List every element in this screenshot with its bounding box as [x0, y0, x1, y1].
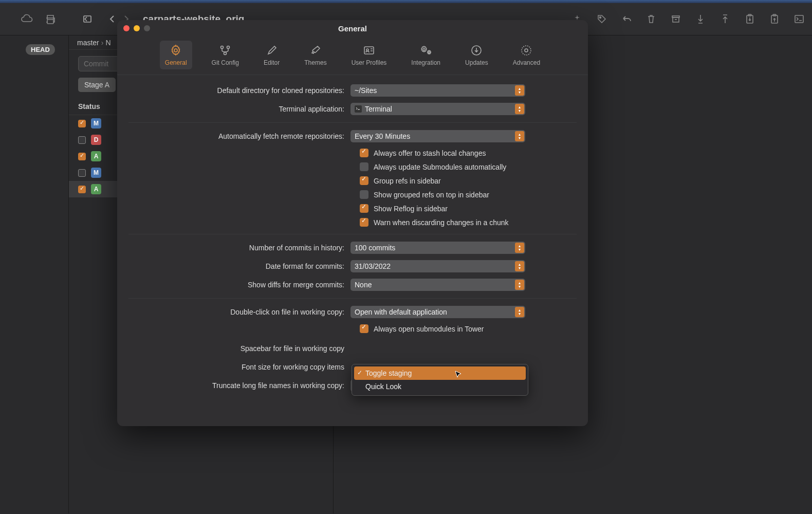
select-date-fmt[interactable]: 31/03/2022 ▲▼ [350, 260, 525, 272]
tab-label: Integration [411, 59, 440, 66]
archive-icon[interactable] [670, 13, 681, 25]
clipboard-down-icon[interactable] [744, 13, 755, 25]
check-grouped-top[interactable] [360, 190, 368, 199]
stepper-arrows-icon: ▲▼ [515, 261, 524, 271]
breadcrumb-sub: N [105, 39, 110, 47]
label-font-size: Font size for working copy items [128, 363, 350, 371]
titlebar: General [117, 20, 588, 36]
left-sidebar [0, 35, 69, 513]
label-num-commits: Number of commits in history: [128, 244, 350, 252]
select-num-commits[interactable]: 100 commits ▲▼ [350, 242, 525, 254]
check-submodules[interactable] [360, 162, 368, 171]
select-dbl-click[interactable]: Open with default application ▲▼ [350, 306, 525, 318]
check-warn-discard[interactable] [360, 218, 368, 227]
tab-label: Advanced [513, 59, 540, 66]
svg-point-15 [366, 49, 368, 51]
status-badge: A [91, 151, 101, 161]
svg-point-10 [174, 49, 177, 52]
check-label: Show grouped refs on top in sidebar [374, 191, 489, 199]
select-value: Every 30 Minutes [355, 132, 410, 140]
dropdown-option-toggle-staging[interactable]: Toggle staging [354, 366, 526, 380]
tab-themes[interactable]: Themes [299, 41, 331, 69]
check-stash[interactable] [360, 149, 368, 157]
label-date-fmt: Date format for commits: [128, 262, 350, 270]
tab-label: User Profiles [352, 59, 387, 66]
clipboard-up-icon[interactable] [769, 13, 780, 25]
select-value: ~/Sites [355, 86, 377, 95]
select-default-dir[interactable]: ~/Sites ▲▼ [350, 84, 525, 97]
svg-rect-21 [355, 105, 362, 113]
stage-checkbox[interactable] [78, 120, 86, 127]
status-badge: A [91, 184, 101, 194]
select-auto-fetch[interactable]: Every 30 Minutes ▲▼ [350, 130, 525, 142]
tab-general[interactable]: General [160, 41, 192, 69]
id-card-icon [362, 44, 376, 57]
branch-icon [218, 44, 232, 57]
dropdown-option-quick-look[interactable]: Quick Look [354, 380, 526, 393]
tab-editor[interactable]: Editor [259, 41, 285, 69]
svg-point-2 [600, 17, 601, 19]
spacebar-dropdown-menu: Toggle staging Quick Look [352, 364, 528, 396]
tab-label: Updates [465, 59, 488, 66]
head-badge: HEAD [26, 44, 55, 55]
label-show-diffs: Show diffs for merge commits: [128, 281, 350, 289]
terminal-icon[interactable] [793, 13, 805, 25]
tag-icon[interactable] [596, 13, 607, 25]
label-dbl-click: Double-click on file in working copy: [128, 308, 350, 316]
svg-rect-14 [364, 47, 374, 54]
undo-icon[interactable] [621, 13, 632, 25]
label-spacebar: Spacebar for file in working copy [128, 344, 350, 353]
cloud-icon[interactable] [21, 13, 34, 25]
svg-point-17 [428, 52, 430, 53]
svg-rect-0 [47, 20, 53, 24]
svg-rect-9 [795, 15, 803, 23]
check-group-refs[interactable] [360, 176, 368, 185]
tab-updates[interactable]: Updates [460, 41, 493, 69]
label-default-dir: Default directory for cloned repositorie… [128, 86, 350, 95]
check-label: Warn when discarding changes in a chunk [374, 218, 509, 227]
nav-back-icon[interactable] [106, 13, 118, 25]
tab-label: General [165, 59, 187, 66]
preferences-window: General General Git Config Editor Themes… [117, 20, 588, 426]
quick-open-icon[interactable] [81, 13, 94, 25]
label-auto-fetch: Automatically fetch remote repositories: [128, 132, 350, 140]
check-reflog[interactable] [360, 204, 368, 213]
status-badge: D [91, 135, 101, 145]
tab-label: Git Config [212, 59, 239, 66]
preferences-tabs: General Git Config Editor Themes User Pr… [117, 36, 588, 75]
tab-advanced[interactable]: Advanced [508, 41, 545, 69]
preferences-title: General [117, 24, 588, 33]
status-badge: M [91, 168, 101, 178]
tab-integration[interactable]: Integration [406, 41, 446, 69]
select-terminal[interactable]: Terminal ▲▼ [350, 103, 525, 115]
check-label: Always offer to stash local changes [374, 149, 486, 157]
check-label: Show Reflog in sidebar [374, 205, 448, 213]
pull-icon[interactable] [695, 13, 706, 25]
stage-checkbox[interactable] [78, 186, 86, 193]
check-label: Group refs in sidebar [374, 177, 441, 185]
stage-checkbox[interactable] [78, 136, 86, 144]
tab-user-profiles[interactable]: User Profiles [346, 41, 392, 69]
stage-all-button[interactable]: Stage A [78, 78, 116, 92]
stepper-arrows-icon: ▲▼ [515, 280, 524, 290]
label-truncate: Truncate long file names in working copy… [128, 381, 350, 390]
select-show-diffs[interactable]: None ▲▼ [350, 279, 525, 291]
chevron-right-icon: › [101, 39, 104, 47]
check-open-submodules[interactable] [360, 324, 368, 333]
stage-checkbox[interactable] [78, 169, 86, 177]
breadcrumb-branch[interactable]: master [77, 39, 99, 47]
svg-point-16 [423, 48, 425, 50]
label-terminal: Terminal application: [128, 105, 350, 113]
brush-icon [309, 44, 322, 57]
push-icon[interactable] [719, 13, 731, 25]
select-value: Terminal [365, 105, 392, 113]
svg-point-13 [224, 52, 227, 55]
stepper-arrows-icon: ▲▼ [515, 85, 524, 96]
stage-checkbox[interactable] [78, 153, 86, 160]
printer-icon[interactable] [44, 13, 57, 25]
trash-icon[interactable] [645, 13, 657, 25]
svg-point-12 [227, 46, 230, 49]
tab-git-config[interactable]: Git Config [207, 41, 244, 69]
select-value: None [355, 281, 372, 289]
check-label: Always open submodules in Tower [374, 325, 484, 333]
